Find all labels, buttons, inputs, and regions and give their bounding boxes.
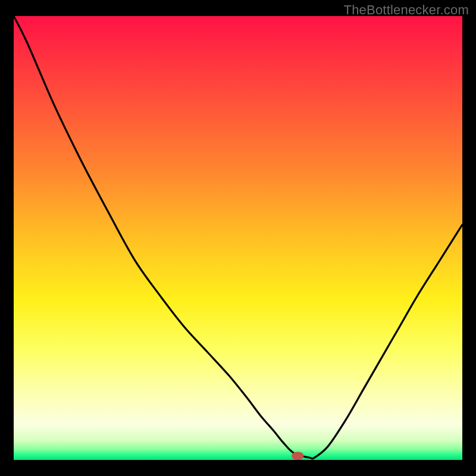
- plot-area: [14, 16, 462, 460]
- watermark-label: TheBottlenecker.com: [344, 2, 469, 18]
- bottleneck-chart: [14, 16, 462, 460]
- gradient-background: [14, 16, 462, 460]
- optimal-marker: [292, 452, 303, 460]
- chart-container: TheBottlenecker.com: [0, 0, 476, 476]
